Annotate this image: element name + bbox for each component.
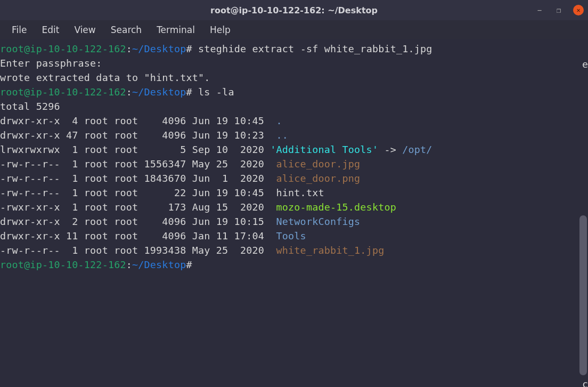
window-controls: − ❐ ✕ xyxy=(535,0,584,20)
minimize-button[interactable]: − xyxy=(535,6,544,14)
menu-search[interactable]: Search xyxy=(103,22,149,37)
scroll-thumb[interactable] xyxy=(579,215,587,375)
menubar: File Edit View Search Terminal Help xyxy=(0,20,588,39)
menu-file[interactable]: File xyxy=(4,22,34,37)
restore-button[interactable]: ❐ xyxy=(554,6,564,14)
scrollbar[interactable] xyxy=(579,39,587,387)
terminal-area[interactable]: root@ip-10-10-122-162:~/Desktop# steghid… xyxy=(0,39,588,387)
ls-row: drwxr-xr-x 4 root root 4096 Jun 19 10:45… xyxy=(0,114,588,128)
menu-view[interactable]: View xyxy=(67,22,103,37)
ls-row: -rw-r--r-- 1 root root 1556347 May 25 20… xyxy=(0,157,588,171)
ls-row: drwxr-xr-x 11 root root 4096 Jan 11 17:0… xyxy=(0,229,588,243)
menu-help[interactable]: Help xyxy=(202,22,238,37)
menu-terminal[interactable]: Terminal xyxy=(149,22,202,37)
ls-row: drwxr-xr-x 2 root root 4096 Jun 19 10:15… xyxy=(0,214,588,229)
ls-row: lrwxrwxrwx 1 root root 5 Sep 10 2020 'Ad… xyxy=(0,142,588,157)
ls-row: -rw-r--r-- 1 root root 22 Jun 19 10:45 h… xyxy=(0,186,588,200)
window-title: root@ip-10-10-122-162: ~/Desktop xyxy=(210,5,378,15)
edge-fragment-1: e xyxy=(582,57,588,71)
menu-edit[interactable]: Edit xyxy=(34,22,67,37)
ls-row: -rwxr-xr-x 1 root root 173 Aug 15 2020 m… xyxy=(0,200,588,214)
ls-row: drwxr-xr-x 47 root root 4096 Jun 19 10:2… xyxy=(0,128,588,142)
close-button[interactable]: ✕ xyxy=(573,5,584,15)
ls-row: -rw-r--r-- 1 root root 1993438 May 25 20… xyxy=(0,243,588,257)
titlebar: root@ip-10-10-122-162: ~/Desktop − ❐ ✕ xyxy=(0,0,588,20)
terminal-content[interactable]: root@ip-10-10-122-162:~/Desktop# steghid… xyxy=(0,42,588,272)
ls-row: -rw-r--r-- 1 root root 1843670 Jun 1 202… xyxy=(0,171,588,186)
edge-fragment-2: c xyxy=(582,377,588,387)
